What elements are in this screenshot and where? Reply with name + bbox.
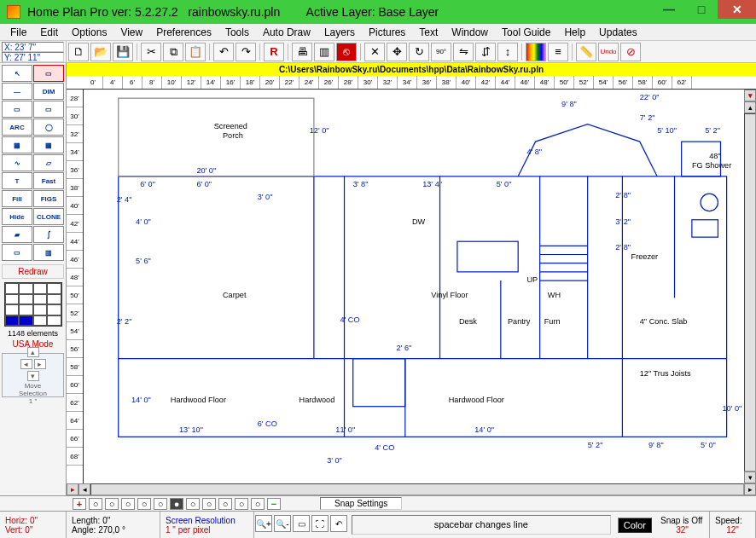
save-icon[interactable]: 💾 (113, 43, 133, 61)
menu-view[interactable]: View (113, 25, 149, 40)
menu-toolguide[interactable]: Tool Guide (495, 25, 557, 40)
status-speed[interactable]: Speed:12" (710, 512, 756, 538)
menu-window[interactable]: Window (445, 25, 495, 40)
preview-icon[interactable]: ▥ (314, 43, 334, 61)
minimize-button[interactable]: — (653, 0, 685, 19)
layers-icon[interactable]: ≡ (548, 43, 568, 61)
color-button[interactable]: Color (618, 518, 652, 533)
tool-ellipse[interactable]: ◯ (33, 119, 64, 136)
tool-curve[interactable]: ∿ (2, 154, 32, 171)
zoom-window-icon[interactable]: ▭ (293, 515, 310, 532)
status-snap[interactable]: Snap is Off32" (655, 512, 710, 538)
menu-preferences[interactable]: Preferences (149, 25, 218, 40)
zoom-in-icon[interactable]: 🔍+ (255, 515, 272, 532)
redo-icon[interactable]: ↷ (236, 43, 256, 61)
tool-arrow[interactable]: ↖ (2, 65, 32, 82)
move-up[interactable]: ▴ (27, 347, 39, 357)
menu-options[interactable]: Options (65, 25, 113, 40)
print-icon[interactable]: 🖶 (292, 43, 312, 61)
nosnap-icon[interactable]: ⊘ (620, 43, 641, 61)
rot90-icon[interactable]: 90° (431, 43, 451, 61)
vertical-scrollbar[interactable]: ▾ ▴ ▾ (744, 90, 756, 483)
menu-updates[interactable]: Updates (592, 25, 644, 40)
undo2-icon[interactable]: Undo (598, 43, 619, 61)
move-left[interactable]: ◂ (20, 359, 32, 369)
offset-icon[interactable]: ↕ (497, 43, 518, 61)
tool-fill[interactable]: Fill (2, 190, 32, 207)
tool-free[interactable]: ʃ (33, 226, 64, 243)
tool-line[interactable]: — (2, 83, 32, 100)
menu-layers[interactable]: Layers (317, 25, 362, 40)
tool-poly[interactable]: ▱ (33, 154, 64, 171)
palette-icon[interactable] (526, 43, 546, 61)
close-button[interactable]: ✕ (718, 0, 756, 19)
snap-settings-button[interactable]: Snap Settings (320, 497, 402, 510)
snap-8[interactable]: ○ (202, 498, 216, 510)
zoom-out-icon[interactable]: 🔍- (274, 515, 291, 532)
new-icon[interactable]: 🗋 (68, 43, 89, 61)
menu-edit[interactable]: Edit (33, 25, 65, 40)
tool-rect2[interactable]: ▭ (33, 101, 64, 118)
tool-figs[interactable]: FIGS (33, 190, 64, 207)
snap-2[interactable]: ○ (105, 498, 119, 510)
tool-grid3[interactable]: ▥ (33, 244, 64, 261)
snap-5[interactable]: ○ (154, 498, 167, 510)
menu-tools[interactable]: Tools (218, 25, 256, 40)
tool-hide[interactable]: Hide (2, 208, 32, 225)
snap-minus[interactable]: − (267, 498, 281, 510)
menu-pictures[interactable]: Pictures (362, 25, 412, 40)
rotate-icon[interactable]: ↻ (409, 43, 429, 61)
snap-10[interactable]: ○ (235, 498, 248, 510)
scroll-left-red[interactable]: ▸ (67, 483, 79, 495)
scroll-left[interactable]: ◂ (79, 483, 90, 495)
tool-arc[interactable]: ARC (2, 119, 32, 136)
scroll-down[interactable]: ▾ (744, 471, 756, 483)
tool-select[interactable]: ▭ (33, 65, 64, 82)
menu-autodraw[interactable]: Auto Draw (256, 25, 317, 40)
open-icon[interactable]: 📂 (90, 43, 111, 61)
snap-7[interactable]: ○ (186, 498, 200, 510)
vertical-ruler[interactable]: 28'30'32'34'36'38'40'42'44'46'48'50'52'5… (67, 90, 84, 483)
mirror-icon[interactable]: ⇋ (453, 43, 474, 61)
horizontal-scrollbar[interactable]: ▸ ◂ ▸ (67, 483, 756, 495)
measure-icon[interactable]: 📏 (576, 43, 596, 61)
tool-grid2[interactable]: ▦ (33, 136, 64, 153)
drawing-canvas[interactable]: ScreenedPorch Carpet Hardwood Floor Hard… (84, 90, 744, 483)
redraw-button[interactable]: Redraw (2, 264, 64, 279)
copy-icon[interactable]: ⧉ (163, 43, 183, 61)
tool-img[interactable]: ▰ (2, 226, 32, 243)
snap-plus[interactable]: + (73, 498, 86, 510)
move-right[interactable]: ▸ (34, 359, 46, 369)
tool-dim[interactable]: DIM (33, 83, 64, 100)
scroll-up[interactable]: ▴ (744, 101, 756, 113)
menu-help[interactable]: Help (557, 25, 592, 40)
color-grid[interactable] (4, 282, 62, 327)
redraw-icon[interactable]: R (264, 43, 284, 61)
tool-text[interactable]: T (2, 172, 32, 189)
undo-icon[interactable]: ↶ (213, 43, 234, 61)
flip-icon[interactable]: ⇵ (475, 43, 496, 61)
trim-icon[interactable]: ✕ (364, 43, 385, 61)
snap-6[interactable]: ● (170, 498, 183, 510)
zoom-prev-icon[interactable]: ↶ (330, 515, 347, 532)
move-down[interactable]: ▾ (27, 371, 39, 381)
paste-icon[interactable]: 📋 (185, 43, 206, 61)
snap-3[interactable]: ○ (121, 498, 135, 510)
zoom-extents-icon[interactable]: ⛶ (311, 515, 329, 532)
move-icon[interactable]: ✥ (387, 43, 407, 61)
menu-text[interactable]: Text (412, 25, 445, 40)
tool-grid[interactable]: ▦ (2, 136, 32, 153)
snap-1[interactable]: ○ (89, 498, 102, 510)
snap-4[interactable]: ○ (137, 498, 151, 510)
menu-file[interactable]: File (3, 25, 33, 40)
scroll-up-red[interactable]: ▾ (744, 90, 756, 101)
tool-fast[interactable]: Fast (33, 172, 64, 189)
exit-icon[interactable]: ⎋ (336, 43, 357, 61)
scroll-right[interactable]: ▸ (744, 483, 756, 495)
tool-clone[interactable]: CLONE (33, 208, 64, 225)
tool-snap[interactable]: ▭ (2, 244, 32, 261)
snap-11[interactable]: ○ (251, 498, 265, 510)
cut-icon[interactable]: ✂ (141, 43, 161, 61)
maximize-button[interactable]: □ (685, 0, 718, 19)
tool-rect[interactable]: ▭ (2, 101, 32, 118)
